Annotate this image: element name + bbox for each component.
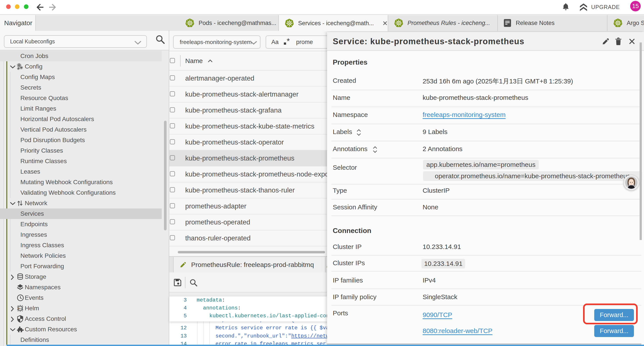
svg-text:*: * [287,38,290,46]
svg-text:HELM: HELM [18,308,23,310]
